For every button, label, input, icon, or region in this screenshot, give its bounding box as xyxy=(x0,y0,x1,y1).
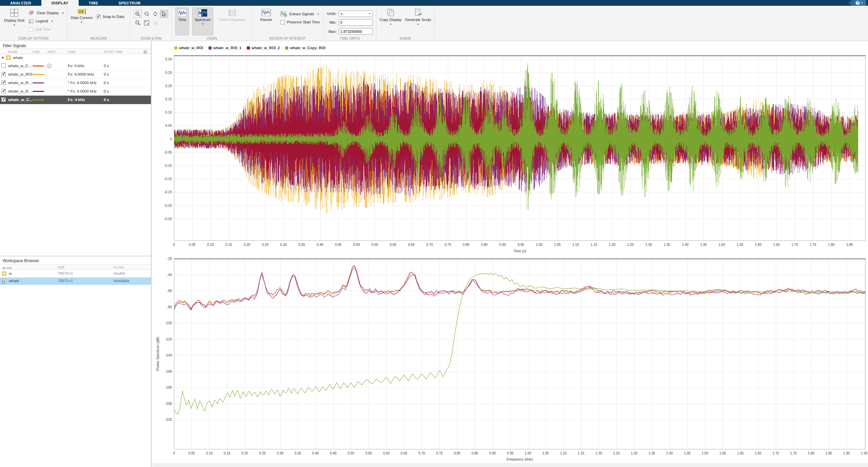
x-tick-label: 0.15 xyxy=(225,243,232,247)
copy-display-button[interactable]: Copy Display ▾ xyxy=(380,7,402,35)
workspace-row[interactable]: w 79572×1 double xyxy=(0,270,151,277)
signal-row[interactable]: whale_w_ROI Fs: 4.0000 kHz 0 s xyxy=(0,70,151,79)
legend-icon xyxy=(28,19,34,23)
section-label: TIME LIMITS xyxy=(323,37,376,40)
eraser-icon xyxy=(28,11,35,15)
snap-to-data-checkbox[interactable]: Snap to Data xyxy=(96,14,124,20)
extract-signals-button[interactable]: Extract Signals ▾ xyxy=(280,11,320,17)
data-cursors-button[interactable]: 2.5 Data Cursors ▾ xyxy=(71,7,93,35)
col-start-time[interactable]: START TIME xyxy=(104,50,122,54)
pointer-button[interactable] xyxy=(160,10,168,18)
y-tick-label: 0.20 xyxy=(153,84,172,87)
max-input[interactable] xyxy=(339,28,373,35)
panner-button[interactable]: Panner xyxy=(255,7,277,35)
x-tick-label: 0.05 xyxy=(189,243,195,247)
signal-start-time: 0 s xyxy=(104,64,109,68)
signal-row[interactable]: whale_w_R... * Fs: 4.0000 kHz 0 s xyxy=(0,87,151,96)
info-icon[interactable]: i xyxy=(47,63,52,69)
min-input[interactable] xyxy=(339,19,373,26)
zoom-in-button[interactable] xyxy=(134,10,142,18)
legend-swatch xyxy=(209,46,212,50)
panner-icon xyxy=(261,8,271,17)
signal-name: whale_w_ROI xyxy=(8,72,33,76)
plot-legend: whale_w_ROI whale_w_ROI_1 whale_w_ROI_2 … xyxy=(174,46,326,50)
col-name[interactable]: NAME xyxy=(8,50,17,54)
display-grid-button[interactable]: Display Grid ▾ xyxy=(3,7,25,35)
col-time[interactable]: TIME xyxy=(68,50,76,54)
checkbox-icon[interactable] xyxy=(280,20,285,24)
signal-row[interactable]: whale_w_C... i Fs: 4 kHz 0 s xyxy=(0,62,151,70)
section-label: SHARE xyxy=(376,37,435,40)
chevron-down-icon: ▾ xyxy=(14,23,15,26)
col-size[interactable]: SIZE xyxy=(58,265,65,269)
workspace-browser: Workspace Browser NAME ▴ SIZE CLASS w 79… xyxy=(0,256,151,467)
fit-to-view-button[interactable] xyxy=(142,19,151,27)
col-info[interactable]: INFO xyxy=(47,50,55,54)
chevron-down-icon: ▾ xyxy=(52,20,53,23)
x-tick-label: 1.50 xyxy=(718,243,725,247)
sort-asc-icon: ▴ xyxy=(3,266,4,270)
signal-time: Fs: 4 kHz xyxy=(68,98,85,102)
time-view-button[interactable]: Time xyxy=(175,7,189,35)
y-tick-label: 0 xyxy=(153,137,172,141)
units-select[interactable]: s ▾ xyxy=(339,11,373,17)
expander-icon[interactable]: ▶ xyxy=(2,56,4,59)
tab-spectrum[interactable]: SPECTRUM xyxy=(108,0,151,6)
generate-script-button[interactable]: Generate Script ▾ xyxy=(405,7,431,35)
clear-display-button[interactable]: Clear Display ▾ xyxy=(28,10,63,16)
signal-time: * Fs: 4.0000 kHz xyxy=(68,89,97,93)
x-tick-label: 1.05 xyxy=(554,243,560,247)
signal-group-row[interactable]: ▶ whale xyxy=(0,54,151,62)
checkbox-checked-icon[interactable] xyxy=(96,15,100,19)
legend-label: whale_w_ROI xyxy=(179,46,203,50)
zoom-in-y-button[interactable] xyxy=(151,10,159,18)
x-tick-label: 0.55 xyxy=(372,243,378,247)
legend-item[interactable]: whale_w_ROI_2 xyxy=(247,46,280,50)
legend-button[interactable]: Legend ▾ xyxy=(28,18,63,24)
link-time-checkbox: Link Time xyxy=(28,26,63,32)
tab-analyzer[interactable]: ANALYZER xyxy=(0,0,41,6)
x-tick-label: 1.75 xyxy=(790,451,796,455)
x-tick-label: 0.85 xyxy=(481,243,488,247)
time-axis-label: Time (s) xyxy=(513,249,526,253)
time-view-label: Time xyxy=(178,18,186,22)
zoom-out-button[interactable] xyxy=(134,19,142,27)
time-frequency-icon xyxy=(228,9,237,17)
signal-time: Fs: 4 kHz xyxy=(68,64,84,68)
signal-row-selected[interactable]: whale_w_C... Fs: 4 kHz 0 s xyxy=(0,96,151,104)
col-class[interactable]: CLASS xyxy=(114,265,124,269)
x-tick-label: 1.40 xyxy=(682,243,688,247)
checkbox-checked-icon[interactable] xyxy=(1,97,6,102)
section-display-options: Display Grid ▾ Clear Display ▾ Legend ▾ … xyxy=(0,6,67,41)
workspace-row-selected[interactable]: whale 79572×1 timetable xyxy=(0,277,151,285)
legend-label: whale_w_ROI_1 xyxy=(213,46,241,50)
tab-display[interactable]: DISPLAY xyxy=(41,0,78,6)
help-icon[interactable]: ? xyxy=(855,1,860,5)
x-tick-label: 1.00 xyxy=(536,243,542,247)
chevron-down-icon[interactable]: ▾ xyxy=(861,1,863,4)
legend-item[interactable]: whale_w_ROI_1 xyxy=(209,46,241,50)
pan-button xyxy=(151,19,159,27)
x-tick-label: 1.90 xyxy=(843,451,850,455)
time-plot-canvas[interactable] xyxy=(174,55,866,241)
spectrum-plot-canvas[interactable] xyxy=(174,258,866,449)
status-strip xyxy=(152,463,868,467)
y-tick-label: -140 xyxy=(153,353,172,357)
signal-row[interactable]: whale_w_R... * Fs: 4.0000 kHz 0 s xyxy=(0,79,151,87)
display-grid-icon xyxy=(10,8,19,17)
x-tick-label: 1.50 xyxy=(702,451,708,455)
tab-time[interactable]: TIME xyxy=(79,0,108,6)
signal-start-time: 0 s xyxy=(104,89,109,93)
preserve-start-time-checkbox[interactable]: Preserve Start Time xyxy=(280,19,320,25)
zoom-in-x-button[interactable] xyxy=(142,10,151,18)
checkbox-icon[interactable] xyxy=(1,63,6,68)
gear-icon[interactable] xyxy=(143,50,147,54)
legend-item[interactable]: whale_w_Copy_ROI xyxy=(285,46,326,50)
x-tick-label: 0.15 xyxy=(224,451,230,455)
legend-item[interactable]: whale_w_ROI xyxy=(174,46,203,50)
col-line[interactable]: LINE xyxy=(33,50,40,54)
checkbox-checked-icon[interactable] xyxy=(1,72,6,76)
checkbox-checked-icon[interactable] xyxy=(1,80,6,85)
checkbox-checked-icon[interactable] xyxy=(1,89,6,93)
spectrum-view-button[interactable]: Spectrum ▾ xyxy=(192,7,213,35)
